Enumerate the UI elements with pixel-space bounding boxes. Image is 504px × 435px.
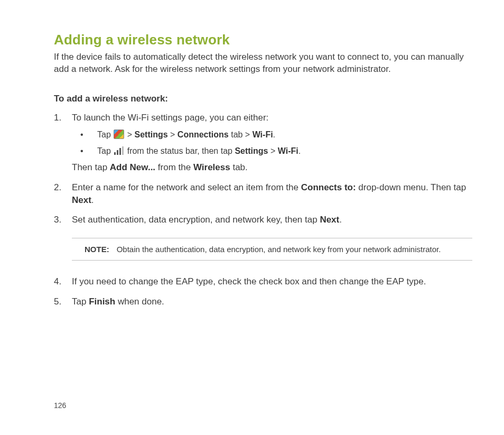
label-wifi: Wi-Fi [278,146,298,155]
label-add-new: Add New... [110,162,155,172]
label-connects-to: Connects to: [301,182,356,192]
step-1-bullet-b: Tap from the status bar, then tap Settin… [72,145,472,157]
text: Enter a name for the network and select … [72,182,301,192]
text: Tap [72,297,89,307]
label-wifi: Wi-Fi [253,130,273,139]
text: > [168,130,178,139]
text: > [268,146,278,155]
label-finish: Finish [89,297,115,307]
step-1: To launch the Wi-Fi settings page, you c… [54,112,472,174]
section-heading: Adding a wireless network [54,32,472,48]
text: Tap [97,146,113,155]
note-text: Obtain the authentication, data encrypti… [117,245,441,254]
step-5: Tap Finish when done. [54,295,472,308]
start-icon [114,129,124,139]
text: If you need to change the EAP type, chec… [72,276,426,286]
text: tab > [229,130,253,139]
document-page: Adding a wireless network If the device … [0,0,504,435]
label-next: Next [72,195,91,205]
step-1-sublist: Tap > Settings > Connections tab > Wi-Fi… [72,128,472,157]
label-settings: Settings [134,130,167,139]
text: from the status bar, then tap [125,146,235,155]
text: Set authentication, data encryption, and… [72,215,320,225]
label-next: Next [320,215,339,225]
note-label: NOTE: [85,245,109,254]
step-2: Enter a name for the network and select … [54,181,472,207]
text: from the [155,162,193,172]
step-3: Set authentication, data encryption, and… [54,214,472,261]
text: . [273,130,275,139]
text: tab. [230,162,248,172]
step-1-lead: To launch the Wi-Fi settings page, you c… [72,113,268,123]
label-wireless: Wireless [193,162,230,172]
label-settings: Settings [235,146,268,155]
text: Tap [97,130,113,139]
text: > [125,130,134,139]
text: Then tap [72,162,110,172]
text: . [339,215,342,225]
procedure-subhead: To add a wireless network: [54,94,472,104]
step-1-then: Then tap Add New... from the Wireless ta… [72,161,472,174]
text: . [298,146,301,155]
step-1-bullet-a: Tap > Settings > Connections tab > Wi-Fi… [72,128,472,141]
text: when done. [115,297,164,307]
page-number: 126 [54,401,66,410]
ordered-steps: To launch the Wi-Fi settings page, you c… [54,112,472,308]
text: . [91,195,94,205]
signal-icon [114,146,124,155]
note-callout: NOTE:Obtain the authentication, data enc… [72,238,472,261]
step-4: If you need to change the EAP type, chec… [54,275,472,288]
text: drop-down menu. Then tap [356,182,466,192]
label-connections: Connections [178,130,229,139]
intro-paragraph: If the device fails to automatically det… [54,51,472,76]
